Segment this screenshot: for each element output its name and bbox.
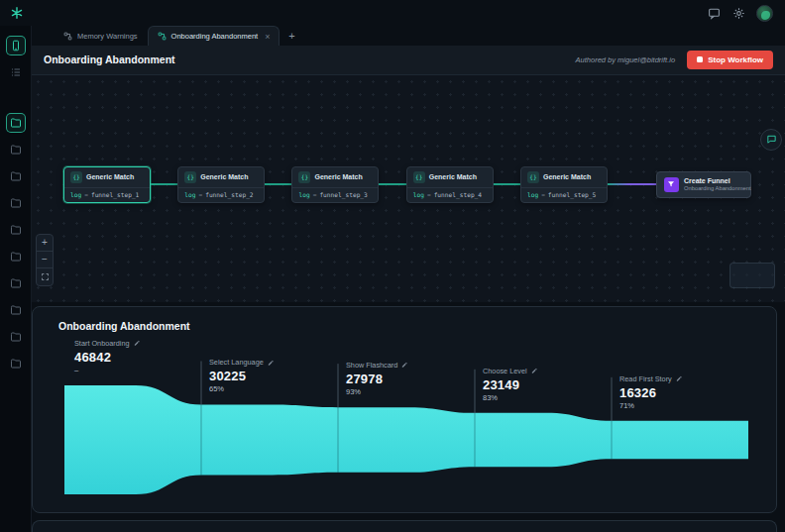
stop-icon xyxy=(697,56,703,62)
device-icon xyxy=(10,40,22,52)
folder-icon xyxy=(10,197,22,209)
output-node-title: Create Funnel xyxy=(684,177,751,184)
fit-view-button[interactable] xyxy=(37,268,53,285)
funnel-stage-5: Read First Story 16326 71% xyxy=(619,374,738,410)
node-row: {} Generic Match log=funnel_step_1 {} Ge… xyxy=(63,166,751,203)
stage-label: Show Flashcard xyxy=(346,361,397,370)
folder-icon xyxy=(10,144,22,156)
sidebar-folder-1[interactable] xyxy=(6,113,26,133)
node-title: Generic Match xyxy=(86,173,134,180)
braces-icon: {} xyxy=(413,171,425,183)
edit-stage-icon[interactable] xyxy=(676,375,683,382)
canvas-zoom-controls: + − xyxy=(36,234,54,286)
workflow-icon xyxy=(158,32,167,41)
sidebar-folder-2[interactable] xyxy=(6,140,26,160)
funnel-stage-3: Show Flashcard 27978 93% xyxy=(346,361,465,396)
generic-match-node-4[interactable]: {} Generic Match log=funnel_step_4 xyxy=(406,166,494,203)
tab-bar: Memory Warnings Onboarding Abandonment ×… xyxy=(32,26,785,46)
stage-label: Select Language xyxy=(209,358,264,367)
funnel-icon xyxy=(664,177,679,192)
stage-value: 27978 xyxy=(346,372,465,386)
settings-gear-icon[interactable] xyxy=(731,6,745,20)
tab-onboarding-abandonment[interactable]: Onboarding Abandonment × xyxy=(148,26,280,46)
close-tab-icon[interactable]: × xyxy=(265,32,270,42)
bitdrift-logo-icon xyxy=(9,5,25,21)
zoom-in-button[interactable]: + xyxy=(37,235,53,252)
messages-icon[interactable] xyxy=(707,6,721,20)
sidebar-folders xyxy=(6,113,26,380)
funnel-stage-1: Start Onboarding 46842 – xyxy=(74,339,193,374)
canvas-minimap[interactable] xyxy=(729,263,775,288)
chat-bubble-icon xyxy=(766,134,777,145)
tab-memory-warnings[interactable]: Memory Warnings xyxy=(54,26,148,46)
zoom-out-button[interactable]: − xyxy=(37,252,53,268)
tab-list: Memory Warnings Onboarding Abandonment × xyxy=(54,26,280,46)
sidebar-folder-6[interactable] xyxy=(6,247,26,266)
folder-icon xyxy=(10,117,22,129)
stage-conversion: 83% xyxy=(483,393,602,402)
node-title: Generic Match xyxy=(314,173,362,180)
stage-label: Choose Level xyxy=(483,367,527,375)
generic-match-node-1[interactable]: {} Generic Match log=funnel_step_1 xyxy=(63,166,151,203)
generic-match-node-2[interactable]: {} Generic Match log=funnel_step_2 xyxy=(177,166,265,203)
edge-connector xyxy=(379,183,405,185)
sidebar-folder-10[interactable] xyxy=(6,354,26,373)
sidebar-folder-4[interactable] xyxy=(6,193,26,213)
node-condition: log=funnel_step_3 xyxy=(292,187,378,202)
edit-stage-icon[interactable] xyxy=(268,360,275,367)
workflow-icon xyxy=(63,32,72,41)
braces-icon: {} xyxy=(184,171,196,183)
edit-stage-icon[interactable] xyxy=(401,362,408,369)
stage-conversion: – xyxy=(74,366,193,374)
next-panel-preview xyxy=(32,520,777,532)
node-condition: log=funnel_step_1 xyxy=(64,187,150,202)
new-tab-button[interactable]: + xyxy=(283,28,299,44)
create-funnel-node[interactable]: Create Funnel Onboarding Abandonment xyxy=(656,171,751,198)
node-condition: log=funnel_step_5 xyxy=(521,187,607,202)
sidebar-item-device[interactable] xyxy=(6,36,26,55)
workflow-canvas[interactable]: {} Generic Match log=funnel_step_1 {} Ge… xyxy=(32,75,785,302)
sidebar-folder-7[interactable] xyxy=(6,273,26,293)
stage-value: 46842 xyxy=(74,350,193,365)
sidebar-item-list[interactable] xyxy=(6,62,26,82)
assistant-chat-button[interactable] xyxy=(760,129,782,151)
stage-value: 30225 xyxy=(209,369,328,383)
folder-icon xyxy=(10,304,22,316)
braces-icon: {} xyxy=(527,171,539,183)
output-node-subtitle: Onboarding Abandonment xyxy=(684,185,751,191)
stage-value: 16326 xyxy=(619,385,738,400)
node-title: Generic Match xyxy=(429,173,477,180)
edge-connector xyxy=(151,183,177,185)
sidebar-top xyxy=(6,36,26,89)
sidebar-folder-3[interactable] xyxy=(6,166,26,186)
sidebar-folder-8[interactable] xyxy=(6,300,26,320)
edit-stage-icon[interactable] xyxy=(134,340,141,347)
funnel-panel: Onboarding Abandonment Start Onboarding … xyxy=(32,306,777,513)
funnel-chart: Start Onboarding 46842 – Select Language… xyxy=(64,337,748,505)
funnel-panel-title: Onboarding Abandonment xyxy=(33,307,776,332)
generic-match-node-5[interactable]: {} Generic Match log=funnel_step_5 xyxy=(520,166,608,203)
stop-workflow-label: Stop Workflow xyxy=(708,55,763,64)
left-sidebar xyxy=(0,26,32,532)
generic-match-node-3[interactable]: {} Generic Match log=funnel_step_3 xyxy=(291,166,379,203)
user-avatar[interactable] xyxy=(756,5,773,22)
funnel-stage-2: Select Language 30225 65% xyxy=(209,358,328,393)
edit-stage-icon[interactable] xyxy=(531,368,538,374)
tab-label: Onboarding Abandonment xyxy=(171,32,259,41)
sidebar-folder-5[interactable] xyxy=(6,220,26,240)
funnel-stage-4: Choose Level 23149 83% xyxy=(483,367,602,402)
edge-connector xyxy=(608,183,656,185)
stage-label: Read First Story xyxy=(619,374,672,383)
folder-icon xyxy=(10,277,22,289)
page-title: Onboarding Abandonment xyxy=(44,53,175,65)
stop-workflow-button[interactable]: Stop Workflow xyxy=(687,51,773,69)
sidebar-folder-9[interactable] xyxy=(6,327,26,347)
top-bar xyxy=(0,0,785,26)
stage-conversion: 71% xyxy=(619,401,738,410)
stage-conversion: 65% xyxy=(209,384,328,393)
app-window: Memory Warnings Onboarding Abandonment ×… xyxy=(0,0,785,532)
node-title: Generic Match xyxy=(200,173,248,180)
tab-label: Memory Warnings xyxy=(77,32,138,41)
list-icon xyxy=(10,66,22,78)
folder-icon xyxy=(10,170,22,182)
